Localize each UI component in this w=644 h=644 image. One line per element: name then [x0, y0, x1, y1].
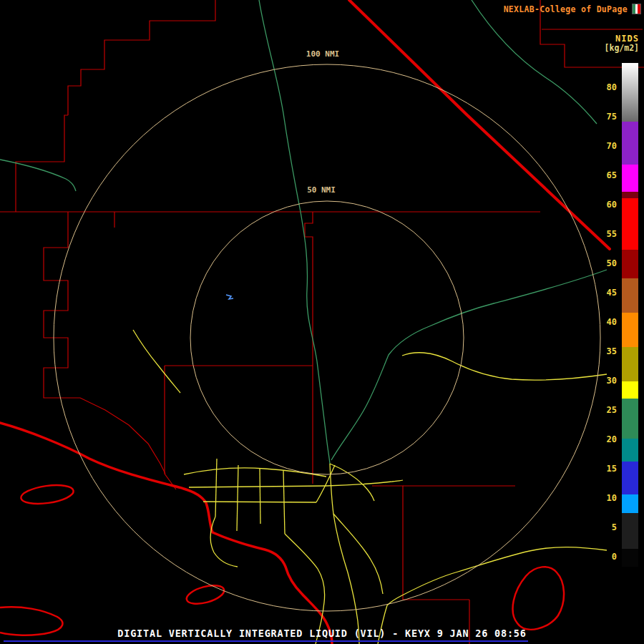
- colorbar-tick-label: 60: [585, 200, 617, 210]
- colorbar-tick-label: 70: [585, 141, 617, 151]
- range-ring-100nmi: [54, 64, 600, 611]
- colorbar-segment: [622, 198, 638, 250]
- colorbar-ticks: 80757065605550454035302520151050: [585, 0, 617, 644]
- colorbar-segment: [622, 347, 638, 381]
- colorbar-tick-label: 65: [585, 170, 617, 180]
- highway-line: [189, 486, 326, 487]
- colorbar-segment: [622, 439, 638, 462]
- colorbar-segment: [622, 494, 638, 513]
- island-outline: [185, 582, 226, 607]
- colorbar-tick-label: 25: [585, 405, 617, 415]
- major-red-lines: [0, 0, 610, 644]
- colorbar-segment: [622, 165, 638, 192]
- range-ring-50nmi: [190, 201, 464, 474]
- lake-marker: [226, 295, 233, 299]
- county-lines: [0, 0, 644, 644]
- colorbar-tick-label: 5: [585, 522, 617, 532]
- colorbar-segment: [622, 250, 638, 278]
- colorbar-tick-label: 30: [585, 376, 617, 386]
- colorbar-tick-label: 75: [585, 112, 617, 122]
- colorbar-tick-label: 10: [585, 493, 617, 503]
- highway-line: [237, 465, 238, 531]
- highway-line: [330, 464, 359, 644]
- range-ring-label-50: 50 NMI: [307, 185, 336, 195]
- river-line: [0, 160, 76, 191]
- colorbar-tick-label: 40: [585, 317, 617, 327]
- colorbar-tick-label: 0: [585, 552, 617, 562]
- highway-lines: [133, 330, 607, 644]
- colorbar-segment: [622, 313, 638, 347]
- county-boundary: [165, 366, 176, 489]
- colorbar-segment: [622, 399, 638, 439]
- coastline-line: [0, 423, 332, 644]
- colorbar-tick-label: 45: [585, 288, 617, 298]
- colorbar-segment: [622, 381, 638, 399]
- colorbar-tick-label: 15: [585, 464, 617, 474]
- river-line: [472, 0, 597, 124]
- county-boundary: [16, 115, 68, 212]
- colorbar-tick-label: 50: [585, 258, 617, 268]
- colorbar-segment: [622, 462, 638, 494]
- colorbar-segments: [622, 63, 638, 567]
- footer-underline: [4, 640, 528, 642]
- attribution-row: NEXLAB-College of DuPage: [504, 4, 641, 14]
- colorbar-tick-label: 80: [585, 82, 617, 92]
- range-rings: [54, 64, 600, 611]
- colorbar-segment: [622, 549, 638, 567]
- nexlab-logo-icon: [632, 4, 641, 14]
- county-boundary: [68, 0, 215, 115]
- highway-line: [402, 353, 607, 380]
- highway-line: [260, 469, 260, 524]
- highway-line: [333, 514, 383, 594]
- colorbar-segment: [622, 122, 638, 165]
- highway-line: [133, 330, 180, 393]
- county-boundary: [44, 212, 165, 474]
- river-line: [259, 0, 330, 464]
- island-outline: [20, 482, 75, 507]
- colorbar-segment: [622, 63, 638, 122]
- river-line: [331, 270, 607, 460]
- radar-map: 100 NMI 50 NMI: [0, 0, 644, 644]
- highway-line: [326, 480, 403, 486]
- colorbar-segment: [622, 192, 638, 198]
- colorbar-segment: [622, 513, 638, 549]
- range-ring-label-100: 100 NMI: [306, 49, 339, 59]
- colorbar-tick-label: 20: [585, 434, 617, 444]
- highway-line: [215, 459, 217, 517]
- colorbar-segment: [622, 278, 638, 313]
- colorbar-tick-label: 55: [585, 229, 617, 239]
- product-title: DIGITAL VERTICALLY INTEGRATED LIQUID (VI…: [0, 628, 644, 639]
- radar-display: 100 NMI 50 NMI NEXLAB-College of DuPage …: [0, 0, 644, 644]
- county-boundary: [372, 486, 469, 600]
- colorbar-tick-label: 35: [585, 346, 617, 356]
- highway-line: [330, 464, 374, 501]
- island-outline: [513, 567, 565, 630]
